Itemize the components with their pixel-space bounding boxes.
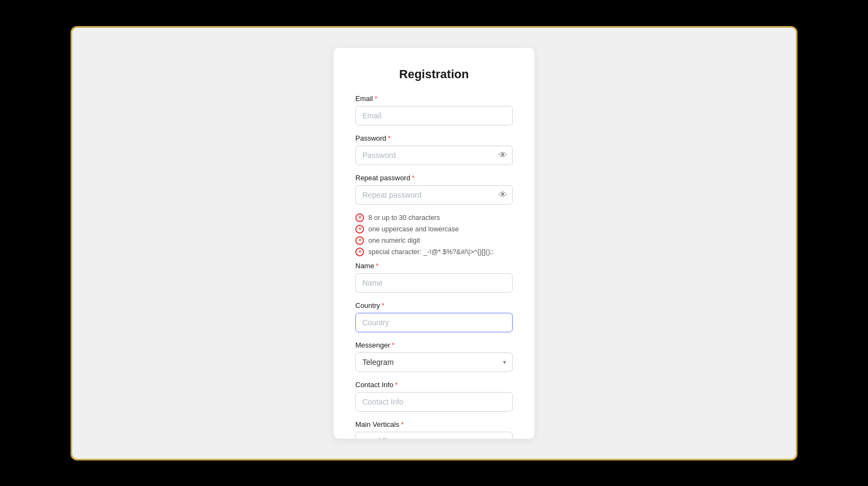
- validation-rule-4: special character: _-!@*.$%?&#/\|>^{}[](…: [355, 248, 513, 256]
- main-verticals-select-wrapper: Gambling Betting Crypto Nutra Dating ▾: [355, 432, 513, 439]
- main-verticals-required: *: [401, 420, 404, 428]
- country-input[interactable]: [355, 313, 513, 332]
- password-input[interactable]: [355, 146, 513, 165]
- name-field-group: Name *: [355, 262, 513, 293]
- repeat-password-eye-icon[interactable]: 👁: [499, 191, 507, 199]
- messenger-required: *: [392, 341, 394, 349]
- password-wrapper: 👁: [355, 146, 513, 165]
- validation-rule-1: 8 or up to 30 characters: [355, 213, 513, 222]
- country-required: *: [382, 301, 385, 310]
- name-required: *: [376, 262, 379, 270]
- outer-border: Registration Email * Password * 👁 Repeat…: [71, 26, 797, 460]
- validation-rule-2: one uppercase and lowercase: [355, 225, 513, 233]
- x-icon-2: [355, 225, 364, 233]
- main-verticals-field-group: Main Verticals * Gambling Betting Crypto…: [355, 420, 513, 439]
- repeat-password-field-group: Repeat password * 👁: [355, 174, 513, 205]
- x-icon-4: [355, 248, 364, 256]
- messenger-select[interactable]: Telegram WhatsApp Skype Viber: [355, 352, 513, 372]
- validation-rules-list: 8 or up to 30 characters one uppercase a…: [355, 213, 513, 256]
- repeat-password-input[interactable]: [355, 185, 513, 205]
- contact-info-label: Contact Info *: [355, 381, 513, 389]
- password-required: *: [388, 134, 391, 142]
- contact-info-field-group: Contact Info *: [355, 381, 513, 412]
- password-eye-icon[interactable]: 👁: [499, 151, 507, 160]
- messenger-field-group: Messenger * Telegram WhatsApp Skype Vibe…: [355, 341, 513, 372]
- name-input[interactable]: [355, 273, 513, 293]
- registration-card: Registration Email * Password * 👁 Repeat…: [334, 48, 534, 439]
- country-field-group: Country *: [355, 301, 513, 332]
- password-field-group: Password * 👁: [355, 134, 513, 165]
- email-required: *: [375, 94, 378, 103]
- contact-info-required: *: [395, 381, 398, 389]
- contact-info-input[interactable]: [355, 392, 513, 412]
- x-icon-1: [355, 213, 364, 222]
- messenger-label: Messenger *: [355, 341, 513, 349]
- main-verticals-label: Main Verticals *: [355, 420, 513, 428]
- email-field-group: Email *: [355, 94, 513, 125]
- validation-rule-3: one numeric digit: [355, 236, 513, 245]
- email-input[interactable]: [355, 106, 513, 125]
- repeat-password-wrapper: 👁: [355, 185, 513, 205]
- messenger-select-wrapper: Telegram WhatsApp Skype Viber ▾: [355, 352, 513, 372]
- email-label: Email *: [355, 94, 513, 103]
- repeat-password-required: *: [412, 174, 414, 182]
- repeat-password-label: Repeat password *: [355, 174, 513, 182]
- form-title: Registration: [355, 67, 513, 81]
- x-icon-3: [355, 236, 364, 245]
- main-verticals-select[interactable]: Gambling Betting Crypto Nutra Dating: [355, 432, 513, 439]
- name-label: Name *: [355, 262, 513, 270]
- country-label: Country *: [355, 301, 513, 310]
- password-label: Password *: [355, 134, 513, 142]
